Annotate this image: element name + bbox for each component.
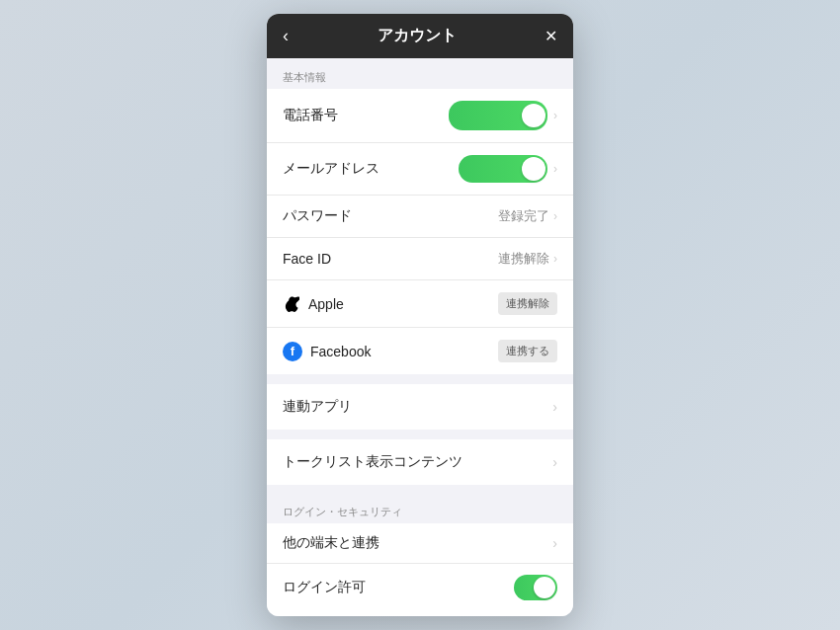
face-id-label: Face ID — [283, 251, 498, 267]
login-allow-label: ログイン許可 — [283, 579, 514, 596]
password-label: パスワード — [283, 207, 498, 225]
face-id-row[interactable]: Face ID 連携解除 › — [267, 238, 573, 280]
login-allow-desc: ご利用のLINEアカウントでPC版・iPad版LINEにログインすることを許可し… — [267, 611, 573, 616]
linked-apps-chevron: › — [552, 399, 557, 415]
face-id-chevron: › — [553, 252, 557, 266]
phone-frame: ‹ アカウント ✕ 基本情報 電話番号 › メールアドレス › — [267, 14, 573, 616]
phone-toggle-knob — [522, 104, 546, 127]
phone-chevron: › — [553, 109, 557, 122]
email-toggle[interactable] — [459, 155, 547, 183]
password-value: 登録完了 › — [498, 207, 557, 225]
talk-content-label: トークリスト表示コンテンツ — [283, 453, 552, 471]
face-id-value: 連携解除 › — [498, 250, 557, 268]
apple-unlink-button[interactable]: 連携解除 — [498, 292, 557, 315]
linked-apps-label: 連動アプリ — [283, 398, 552, 416]
facebook-link-button[interactable]: 連携する — [498, 340, 557, 362]
content-area: 基本情報 電話番号 › メールアドレス › パスワード — [267, 58, 573, 616]
header: ‹ アカウント ✕ — [267, 14, 573, 58]
login-allow-row[interactable]: ログイン許可 — [267, 564, 573, 611]
apple-label: Apple — [308, 296, 498, 312]
phone-toggle[interactable] — [449, 101, 547, 130]
back-button[interactable]: ‹ — [283, 26, 289, 46]
email-row[interactable]: メールアドレス › — [267, 143, 573, 196]
password-chevron: › — [553, 209, 557, 223]
divider-3 — [267, 485, 573, 495]
other-devices-chevron: › — [552, 535, 557, 551]
divider-2 — [267, 430, 573, 439]
linked-apps-row[interactable]: 連動アプリ › — [267, 384, 573, 430]
basic-info-label: 基本情報 — [267, 58, 573, 89]
facebook-icon: f — [283, 342, 302, 361]
apple-icon — [283, 295, 300, 313]
basic-info-card: 電話番号 › メールアドレス › パスワード 登録完了 › — [267, 89, 573, 374]
password-row[interactable]: パスワード 登録完了 › — [267, 196, 573, 238]
login-allow-knob — [534, 577, 555, 598]
divider-1 — [267, 374, 573, 384]
other-devices-row[interactable]: 他の端末と連携 › — [267, 523, 573, 564]
other-devices-label: 他の端末と連携 — [283, 534, 552, 552]
header-title: アカウント — [378, 26, 457, 46]
apple-row[interactable]: Apple 連携解除 — [267, 280, 573, 328]
close-button[interactable]: ✕ — [545, 27, 557, 45]
facebook-label: Facebook — [310, 344, 498, 359]
email-toggle-knob — [522, 157, 546, 181]
email-label: メールアドレス — [283, 160, 459, 178]
facebook-row[interactable]: f Facebook 連携する — [267, 328, 573, 374]
phone-label: 電話番号 — [283, 107, 449, 124]
login-security-card: 他の端末と連携 › ログイン許可 ご利用のLINEアカウントでPC版・iPad版… — [267, 523, 573, 616]
phone-row[interactable]: 電話番号 › — [267, 89, 573, 143]
talk-content-chevron: › — [552, 454, 557, 470]
login-security-label: ログイン・セキュリティ — [267, 495, 573, 523]
login-allow-toggle[interactable] — [514, 575, 557, 600]
email-chevron: › — [553, 162, 557, 176]
talk-content-row[interactable]: トークリスト表示コンテンツ › — [267, 439, 573, 485]
